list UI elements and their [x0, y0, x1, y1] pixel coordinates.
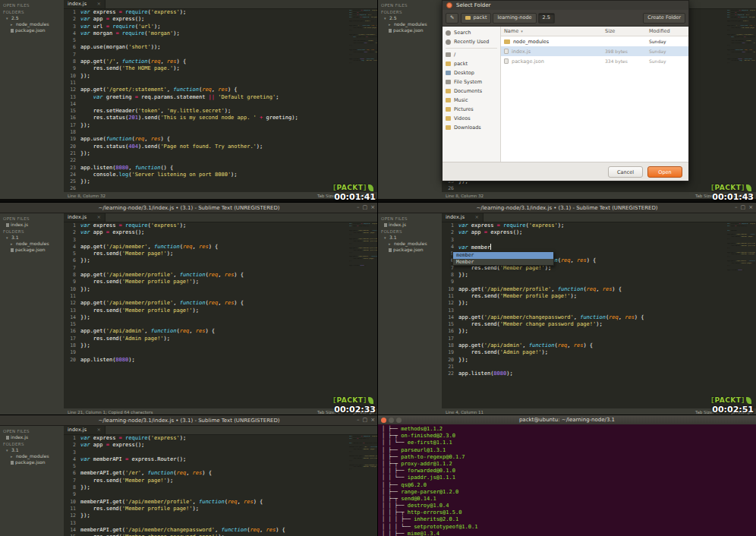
column-name[interactable]: Name▾ — [504, 28, 605, 34]
code-editor[interactable]: 1234567891011121314151617181920 var expr… — [64, 222, 378, 408]
code-line[interactable] — [458, 336, 756, 342]
sidebar-folder-node-modules[interactable]: ▸node_modules — [378, 21, 442, 27]
code-line[interactable] — [80, 157, 378, 164]
code-line[interactable]: }); — [80, 257, 378, 264]
minimap[interactable]: var express = require('express');var app… — [349, 436, 377, 471]
close-icon[interactable]: × — [370, 415, 375, 425]
code-line[interactable] — [80, 520, 378, 527]
code-line[interactable]: var app = express(); — [458, 229, 756, 236]
window-titlebar[interactable]: ~/learning-node/3.1/index.js • (3.1) - S… — [0, 203, 378, 213]
maximize-icon[interactable]: ▢ — [363, 203, 368, 213]
terminal-output[interactable]: │ ├── methods@1.1.2│ ├─┬ on-finished@2.3… — [378, 424, 756, 536]
code-line[interactable] — [458, 279, 756, 285]
sidebar-file-package-json[interactable]: package.json — [0, 247, 64, 253]
code-line[interactable]: res.send('Member profile page!'); — [80, 279, 378, 285]
code-line[interactable] — [458, 307, 756, 314]
code-line[interactable]: var greeting = req.params.statement || '… — [80, 94, 378, 101]
dialog-close-button[interactable] — [446, 2, 452, 8]
window-titlebar[interactable]: ~/learning-node/3.1/index.js • (3.1) - S… — [0, 415, 378, 426]
minimize-icon[interactable]: – — [735, 203, 738, 213]
open-file-index-js[interactable]: index.js — [0, 222, 64, 228]
tab-close-icon[interactable]: × — [97, 213, 101, 222]
code-line[interactable]: res.send('Member profile page!'); — [80, 307, 378, 314]
code-line[interactable]: }); — [458, 328, 756, 335]
code-editor[interactable]: 12345678910111213141516 var express = re… — [64, 435, 378, 536]
code-line[interactable]: app.listen(8080, function() { — [80, 165, 378, 172]
code-line[interactable]: app.get('/api/member/profile', function(… — [80, 300, 378, 307]
place-packt[interactable]: packt — [443, 59, 500, 68]
cancel-button[interactable]: Cancel — [608, 166, 643, 178]
code-line[interactable]: res.send('Member page!'); — [458, 265, 756, 272]
code-line[interactable]: }); — [458, 357, 756, 364]
code-line[interactable]: app.get('/', function(req, res) { — [80, 58, 378, 65]
code-line[interactable]: res.status(404).send('Page not found. Tr… — [80, 143, 378, 150]
code-line[interactable]: res.send('Admin page!'); — [458, 349, 756, 356]
place-videos[interactable]: Videos — [443, 114, 500, 123]
code-line[interactable] — [80, 80, 378, 87]
code-line[interactable]: res.send('Member page!'); — [80, 251, 378, 257]
code-line[interactable]: res.send('Member page!'); — [80, 478, 378, 484]
code-line[interactable]: res.send('Admin page!'); — [80, 336, 378, 342]
code-line[interactable]: var memberAPI = express.Router(); — [80, 456, 378, 463]
code-line[interactable]: app.get('/api/member/changepassword', fu… — [458, 314, 756, 321]
place-documents[interactable]: Documents — [443, 87, 500, 96]
code-lines[interactable]: var express = require('express');var app… — [78, 435, 378, 536]
breadcrumb-2.5[interactable]: 2.5 — [538, 13, 555, 24]
code-line[interactable] — [80, 293, 378, 300]
autocomplete-item[interactable]: Member — [453, 259, 553, 266]
code-line[interactable]: app.get('/api/admin', function(req, res)… — [458, 342, 756, 349]
code-lines[interactable]: var express = require('express');var app… — [78, 9, 378, 192]
code-line[interactable]: app.get('/api/admin', function(req, res)… — [80, 328, 378, 335]
code-line[interactable]: var app = express(); — [80, 442, 378, 449]
code-line[interactable] — [80, 463, 378, 470]
type-location-button[interactable]: ✎ — [446, 13, 458, 24]
code-line[interactable]: app.listen(8080); — [80, 357, 378, 364]
minimize-icon[interactable]: – — [357, 203, 360, 213]
code-line[interactable] — [80, 449, 378, 456]
place-downloads[interactable]: Downloads — [443, 123, 500, 132]
place-file-system[interactable]: File System — [443, 77, 500, 87]
code-line[interactable]: app.get('/greet/:statement', function(re… — [80, 87, 378, 93]
code-line[interactable]: memberAPI.get('/er', function(req, res) … — [80, 470, 378, 477]
code-line[interactable] — [80, 349, 378, 356]
file-row[interactable]: index.js398 bytesSunday — [501, 46, 688, 56]
sidebar-file-package-json[interactable]: package.json — [378, 247, 442, 253]
code-lines[interactable]: var express = require('express');var app… — [78, 222, 378, 408]
code-line[interactable]: }); — [80, 286, 378, 293]
file-row[interactable]: node_modulesSunday — [501, 36, 688, 46]
code-line[interactable]: }); — [458, 300, 756, 307]
autocomplete-item-selected[interactable]: member — [453, 252, 553, 259]
code-line[interactable]: console.log('Server listening on port 80… — [80, 172, 378, 178]
maximize-icon[interactable]: ▢ — [741, 203, 746, 213]
code-line[interactable]: app.listen(8080); — [458, 370, 756, 377]
code-line[interactable]: var express = require('express'); — [80, 435, 378, 442]
code-line[interactable] — [80, 321, 378, 328]
place--[interactable]: / — [443, 50, 500, 59]
sidebar-folder-node-modules[interactable]: ▸node_modules — [378, 241, 442, 247]
code-line[interactable]: var morgan = require('morgan'); — [80, 30, 378, 37]
code-line[interactable]: res.send('Member profile page!'); — [80, 506, 378, 512]
file-row[interactable]: package.json334 bytesSunday — [501, 56, 688, 66]
place-pictures[interactable]: Pictures — [443, 105, 500, 114]
column-modified[interactable]: Modified — [649, 28, 688, 34]
close-icon[interactable]: × — [370, 203, 375, 213]
code-line[interactable]: }); — [80, 314, 378, 321]
place-recently-used[interactable]: Recently Used — [443, 37, 500, 46]
sidebar-folder-node-modules[interactable]: ▸node_modules — [0, 241, 64, 247]
minimap[interactable]: var express = require('express');var app… — [727, 223, 755, 272]
code-line[interactable]: var url = require('url'); — [80, 24, 378, 30]
place-search[interactable]: Search — [443, 28, 500, 37]
code-line[interactable]: var app = express(); — [80, 229, 378, 236]
code-line[interactable] — [80, 52, 378, 58]
place-desktop[interactable]: Desktop — [443, 68, 500, 77]
code-line[interactable] — [80, 129, 378, 136]
place-music[interactable]: Music — [443, 96, 500, 105]
create-folder-button[interactable]: Create Folder — [643, 13, 685, 24]
tab-index-js[interactable]: index.js× — [64, 0, 106, 8]
code-line[interactable]: app.use(function(req, res) { — [80, 136, 378, 143]
code-line[interactable]: res.send('Member profile page!'); — [458, 293, 756, 300]
code-line[interactable] — [80, 265, 378, 272]
code-line[interactable] — [458, 364, 756, 370]
open-button[interactable]: Open — [647, 166, 682, 178]
sidebar-folder-root[interactable]: ▾3.1 — [0, 235, 64, 241]
